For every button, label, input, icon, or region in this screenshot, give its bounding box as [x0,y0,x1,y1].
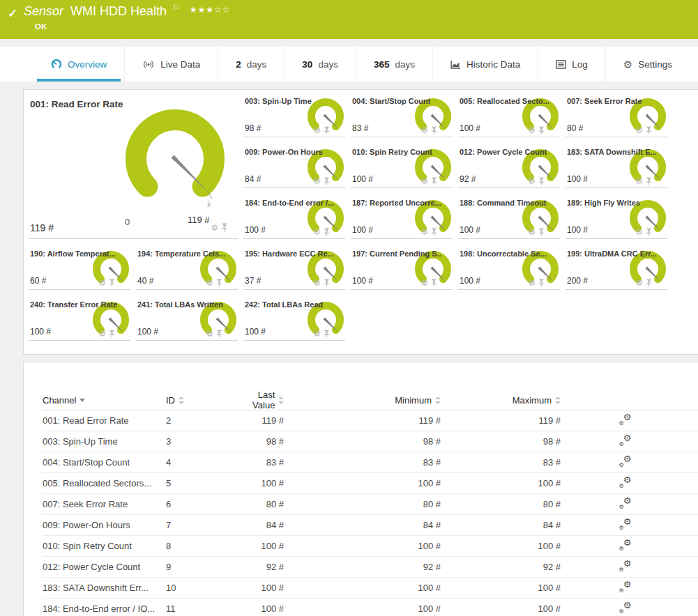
gauge-cell-icons: ⚙ [635,228,652,236]
pin-icon[interactable] [431,126,437,134]
pin-icon[interactable] [324,228,330,236]
gauge-cell: 240: Transfer Error Rate 100 # ⚙ [29,298,132,339]
pin-icon[interactable] [646,279,652,287]
pin-icon[interactable] [324,330,330,338]
channel-settings-gear-icon[interactable]: ⚙ [635,126,643,134]
gauge-mean-marker: x̄ [207,201,211,208]
channel-settings-gear-icon[interactable]: ⚙ [635,177,643,185]
column-header-id[interactable]: ID [166,395,235,406]
channel-settings-gear-icon[interactable]: ⚙ [528,228,536,236]
pin-icon[interactable] [431,279,437,287]
channel-name[interactable]: 184: End-to-End error / IO... [43,603,166,614]
edit-channel-gears-icon[interactable]: ⚙⚙ [619,498,632,509]
pin-icon[interactable] [646,228,652,236]
edit-channel-gears-icon[interactable]: ⚙⚙ [619,456,632,468]
pin-icon[interactable] [538,279,545,287]
channel-settings-gear-icon[interactable]: ⚙ [313,330,321,338]
pin-icon[interactable] [324,177,330,185]
column-header-maximum[interactable]: Maximum [441,395,561,406]
pin-icon[interactable] [431,228,437,236]
edit-channel-gears-icon[interactable]: ⚙⚙ [619,477,632,488]
channel-settings-gear-icon[interactable]: ⚙ [635,228,643,236]
pin-icon[interactable] [538,228,545,236]
gauge-cell-icons: ⚙ [211,223,228,232]
channel-settings-gear-icon[interactable]: ⚙ [420,279,428,287]
channel-name[interactable]: 003: Spin-Up Time [43,436,166,447]
table-row: 001: Read Error Rate 2 119 # 119 # 119 #… [43,410,698,431]
pin-icon[interactable] [646,177,652,185]
tab-live-data[interactable]: Live Data [125,47,218,82]
pin-icon[interactable] [109,279,115,287]
sort-icon [555,396,561,404]
channel-settings-gear-icon[interactable]: ⚙ [313,126,321,134]
tab-overview[interactable]: Overview [33,47,125,82]
pin-icon[interactable] [216,330,222,338]
channel-name[interactable]: 009: Power-On Hours [43,520,166,530]
gauge-value: 100 # [460,225,480,235]
gauge-title: 005: Reallocated Secto... [460,97,549,105]
edit-channel-gears-icon[interactable]: ⚙⚙ [619,539,632,551]
pin-icon[interactable] [538,177,545,185]
channel-settings-gear-icon[interactable]: ⚙ [313,228,321,236]
edit-channel-gears-icon[interactable]: ⚙⚙ [619,435,632,447]
pin-icon[interactable] [646,126,652,134]
channel-settings-gear-icon[interactable]: ⚙ [420,126,428,134]
tab-unit: days [247,59,267,70]
tab-number: 365 [374,59,390,70]
gauge-scale-max: 119 # [188,215,210,225]
channel-settings-gear-icon[interactable]: ⚙ [313,177,321,185]
channel-settings-gear-icon[interactable]: ⚙ [528,279,536,287]
channel-settings-gear-icon[interactable]: ⚙ [420,177,428,185]
channel-settings-gear-icon[interactable]: ⚙ [206,279,213,287]
pin-icon[interactable] [216,279,222,287]
gauge-cell-icons: ⚙ [313,330,330,338]
gauge-cell: 188: Command Timeout 100 # ⚙ [458,196,561,238]
pin-icon[interactable] [324,279,330,287]
channel-maximum: 119 # [441,415,561,426]
channel-settings-gear-icon[interactable]: ⚙ [528,177,536,185]
gauge-cell-icons: ⚙ [98,279,115,287]
channel-name[interactable]: 005: Reallocated Sectors... [43,478,166,488]
channel-settings-gear-icon[interactable]: ⚙ [528,126,536,134]
gauge-cell-icons: ⚙ [98,330,115,338]
column-header-minimum[interactable]: Minimum [284,395,441,406]
channel-settings-gear-icon[interactable]: ⚙ [98,330,106,338]
channel-settings-gear-icon[interactable]: ⚙ [98,279,106,287]
channel-settings-gear-icon[interactable]: ⚙ [211,224,218,232]
column-header-channel[interactable]: Channel [43,395,166,406]
channel-settings-gear-icon[interactable]: ⚙ [206,330,213,338]
gauge-title: 199: UltraDMA CRC Err... [567,249,656,258]
tab-365-days[interactable]: 365 days [356,47,433,82]
channel-name[interactable]: 007: Seek Error Rate [43,499,166,509]
tab-30-days[interactable]: 30 days [284,47,356,82]
channel-settings-gear-icon[interactable]: ⚙ [420,228,428,236]
tab-log[interactable]: Log [538,47,606,82]
channel-name[interactable]: 010: Spin Retry Count [43,541,166,551]
tab-historic-data[interactable]: Historic Data [433,47,538,82]
channel-settings-gear-icon[interactable]: ⚙ [635,279,643,287]
channel-name[interactable]: 004: Start/Stop Count [43,457,166,468]
edit-channel-gears-icon[interactable]: ⚙⚙ [619,602,632,614]
edit-channel-gears-icon[interactable]: ⚙⚙ [619,560,632,572]
channel-settings-gear-icon[interactable]: ⚙ [313,279,321,287]
broadcast-icon [142,60,155,69]
channel-maximum: 100 # [441,583,561,593]
channel-minimum: 83 # [284,457,441,468]
pin-icon[interactable] [431,177,437,185]
pin-icon[interactable] [538,126,545,134]
pin-icon[interactable] [324,126,330,134]
gauge-cell-icons: ⚙ [313,279,330,287]
pin-icon[interactable] [221,223,228,232]
pin-icon[interactable] [109,330,115,338]
edit-channel-gears-icon[interactable]: ⚙⚙ [619,414,632,426]
column-header-last-value[interactable]: Last Value [235,390,284,410]
tab-2-days[interactable]: 2 days [218,47,284,82]
priority-stars[interactable]: ★★★☆☆ [190,5,231,15]
tab-settings[interactable]: ⚙ Settings [606,47,690,82]
edit-channel-gears-icon[interactable]: ⚙⚙ [619,581,632,593]
channel-name[interactable]: 001: Read Error Rate [43,415,166,426]
area-chart-icon [450,60,461,69]
edit-channel-gears-icon[interactable]: ⚙⚙ [619,518,632,530]
channel-name[interactable]: 183: SATA Downshift Err... [43,583,166,593]
channel-name[interactable]: 012: Power Cycle Count [43,562,166,572]
